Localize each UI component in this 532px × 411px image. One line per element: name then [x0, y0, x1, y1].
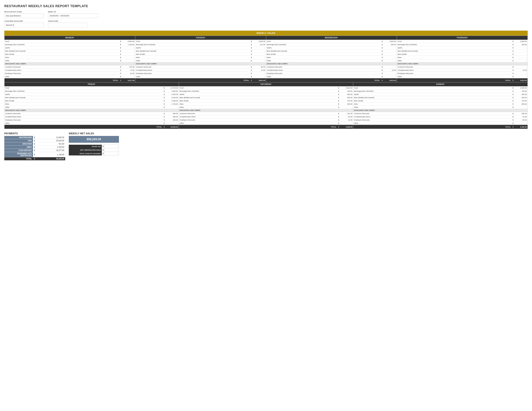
manager-input[interactable] — [4, 23, 44, 28]
discounts-subheader: DISCOUNTS AND COMPS — [353, 109, 528, 112]
row-label: Spirits — [267, 47, 381, 49]
week-input[interactable] — [48, 13, 98, 18]
row-label: Food — [354, 87, 512, 89]
row-label: Complimentary Items — [354, 116, 512, 118]
discounts-subheader: DISCOUNTS AND COMPS — [4, 109, 179, 112]
dollar-sign: $ — [381, 47, 383, 49]
row-value: 12,755.00 — [165, 87, 178, 89]
dollar-sign: $ — [512, 75, 514, 77]
table-row: Other $ - — [179, 106, 353, 109]
row-value: - — [122, 60, 134, 62]
row-value: 1,585.00 — [165, 100, 178, 102]
signature-label: SIGNATURE — [48, 20, 87, 22]
pay-label: AMEX — [4, 146, 33, 149]
row-label: Complimentary Items — [136, 69, 250, 71]
row-label: Beer (Draft) — [180, 100, 337, 102]
day-col-tuesday: TUESDAY Food $ 3,520.00 Beverage (Non-Al… — [135, 36, 266, 82]
list-item: DISCOVER $ 921.00 — [4, 142, 65, 146]
dollar-sign: $ — [119, 69, 122, 71]
day-header: FRIDAY — [4, 82, 179, 86]
dollar-sign: $ — [337, 106, 340, 108]
dollar-sign: $ — [163, 87, 165, 89]
row-label: Beer (Draft) — [267, 53, 381, 55]
row-value: - — [514, 66, 527, 68]
dollar-sign: $ — [119, 72, 122, 74]
pay-label: REDEEMED GIFT CERTIFICATE — [4, 152, 33, 157]
table-row: Beverage (Non-Alcoholic) $ 1,100.00 — [4, 43, 135, 46]
row-value: - — [514, 56, 527, 58]
table-row: Beverage (Non-Alcoholic) $ 411.00 — [135, 43, 266, 46]
row-label: Beer (Bottled and Canned) — [398, 50, 512, 52]
total-dollar: $ — [119, 79, 122, 81]
row-value: - — [383, 75, 396, 77]
dollar-sign: $ — [163, 93, 165, 95]
pay-label: DISCOVER — [4, 142, 33, 146]
pay-value: 18,377.00 — [36, 149, 65, 152]
net-sales-value: $58,283.00 — [69, 136, 119, 143]
discounts-subheader: DISCOUNTS AND COMPS — [266, 62, 397, 65]
tax-label: GIFT CERTIFICATES SOLD — [69, 148, 102, 152]
dollar-sign: $ — [250, 69, 253, 71]
total-value: 9,017.00 — [122, 79, 134, 81]
table-row: Wine $ 300.00 — [179, 103, 353, 106]
pay-label: MASTERCARD — [4, 136, 33, 139]
dollar-sign: $ — [119, 50, 122, 52]
table-row: Beer (Draft) $ 276.00 — [353, 99, 528, 103]
table-row: Other $ - — [135, 59, 266, 62]
row-label: Food — [5, 40, 119, 42]
row-value: - — [383, 50, 396, 52]
dollar-sign: $ — [512, 69, 514, 71]
row-value: 65.00 — [253, 66, 265, 68]
table-row: Employee Discounts $ 55.00 — [353, 118, 528, 121]
row-label: Wine — [354, 103, 512, 105]
row-value: 3,150.00 — [165, 96, 178, 99]
row-value: 450.00 — [514, 112, 527, 114]
row-value: - — [165, 106, 178, 108]
row-value: - — [122, 56, 134, 58]
table-row: Customer Discounts $ - — [266, 65, 397, 69]
dollar-sign: $ — [119, 47, 122, 49]
table-row: Beer (Draft) $ - — [266, 53, 397, 56]
table-row: Customer Discounts $ 65.00 — [135, 65, 266, 69]
restaurant-input[interactable] — [4, 13, 44, 18]
row-label: Spirits — [136, 47, 250, 49]
tax-dollar: $ — [102, 148, 104, 152]
row-label: Other — [5, 75, 119, 77]
dollar-sign: $ — [163, 100, 165, 102]
list-item: VISA $ 20,620.00 — [4, 139, 65, 142]
row-value: 850.00 — [340, 93, 352, 95]
row-value: 276.00 — [514, 100, 527, 102]
pay-dollar: $ — [33, 146, 36, 149]
table-row: Spirits $ 650.00 — [353, 93, 528, 96]
tax-dollar: $ — [102, 145, 104, 148]
table-row: Spirits $ - — [135, 46, 266, 49]
payments-total-label: TOTAL — [4, 157, 33, 160]
row-label: Employee Discounts — [5, 119, 163, 121]
pay-value: 5,230.00 — [36, 146, 65, 149]
tax-value: - — [104, 148, 119, 152]
tax-label: TOTAL CASH TO ACCOUNT — [69, 152, 102, 155]
day-col-wednesday: WEDNESDAY Food $ 4,600.00 Beverage (Non-… — [266, 36, 397, 82]
dollar-sign: $ — [163, 103, 165, 105]
list-item: AMEX $ 5,230.00 — [4, 146, 65, 149]
day-header: SATURDAY — [179, 82, 353, 86]
row-value: 4,500.00 — [514, 87, 527, 89]
dollar-sign: $ — [250, 60, 253, 62]
table-row: Customer Discounts $ - — [397, 65, 528, 69]
total-row: TOTAL $ 4,913.00 — [266, 78, 397, 82]
table-row: Other $ - — [179, 121, 353, 125]
dollar-sign: $ — [119, 75, 122, 77]
row-label: Other — [136, 75, 250, 77]
table-row: Wine $ - — [135, 56, 266, 59]
dollar-sign: $ — [163, 96, 165, 99]
table-row: Food $ 8,500.00 — [4, 40, 135, 43]
dollar-sign: $ — [163, 90, 165, 92]
dollar-sign: $ — [250, 40, 253, 42]
row-label: Beer (Draft) — [354, 100, 512, 102]
row-value: 4,600.00 — [383, 40, 396, 42]
signature-input[interactable] — [48, 23, 87, 28]
row-value: 55.00 — [340, 116, 352, 118]
table-row: Spirits $ 850.00 — [179, 93, 353, 96]
row-value: - — [514, 122, 527, 124]
table-row: Beer (Bottled and Canned) $ 500.00 — [179, 96, 353, 99]
